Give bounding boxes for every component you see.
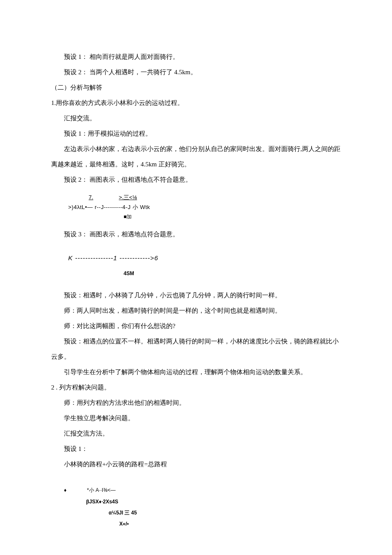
- report-methods: 汇报交流方法。: [51, 426, 341, 441]
- preset-2-draw: 预设 2： 画图表示，但相遇地点不符合题意。: [51, 172, 341, 187]
- preset-time-same: 预设：相遇时，小林骑了几分钟，小云也骑了几分钟，两人的骑行时间一样。: [51, 288, 341, 303]
- preset-position: 预设：相遇点的位置不一样。相遇时两人骑行的时间一样，小林的速度比小云快，骑的路程…: [51, 334, 341, 364]
- teacher-comment-1: 师：两人同时出发，相遇时骑行的时间是一样的，这个时间也就是相遇时间。: [51, 303, 341, 318]
- figure-1-line-1a: 7.: [89, 194, 93, 200]
- figure-1-line-2: >)4λtL•— r--J---------4-J 小 Wtk: [68, 202, 341, 212]
- report-exchange: 汇报交流。: [51, 110, 341, 126]
- math-line-1: ♦ *小 A··I⅜<—: [64, 485, 341, 496]
- figure-1-line-1b: >.三<⅛: [119, 194, 137, 200]
- figure-2-line-2: 4SM: [124, 267, 341, 280]
- figure-2: K ---------------1 ------------>6 4SM: [68, 250, 341, 280]
- teacher-instruction: 师：用列方程的方法求出他们的相遇时间。: [51, 395, 341, 410]
- math-work: ♦ *小 A··I⅜<— βJSX♦·2Xs4S α¼5JI 三 45 X«/•: [64, 485, 341, 530]
- teacher-question: 师：对比这两幅图，你们有什么想说的?: [51, 318, 341, 334]
- math-line-2: βJSX♦·2Xs4S: [86, 496, 341, 507]
- preset-3-draw: 预设 3： 画图表示，相遇地点符合题意。: [51, 227, 341, 242]
- question-1-heading: 1.用你喜欢的方式表示小林和小云的运动过程。: [51, 95, 341, 110]
- math-line-4: X«/•: [119, 518, 341, 529]
- student-think: 学生独立思考解决问题。: [51, 410, 341, 426]
- guide-text: 引导学生在分析中了解两个物体相向运动的过程，理解两个物体相向运动的数量关系。: [51, 364, 341, 380]
- figure-2-line-1: K ---------------1 ------------>6: [68, 250, 341, 266]
- section-2-heading: （二）分析与解答: [51, 80, 341, 95]
- figure-1-line-1: 7.>.三<⅛: [89, 192, 341, 202]
- equation-text: 小林骑的路程+小云骑的路程=总路程: [51, 456, 341, 472]
- preset-2-text: 预设 2： 当两个人相遇时，一共骑行了 4.5km。: [51, 64, 341, 80]
- math-line-3: α¼5JI 三 45: [109, 507, 341, 518]
- figure-1-line-3: ■加: [124, 212, 341, 222]
- figure-1: 7.>.三<⅛ >)4λtL•— r--J---------4-J 小 Wtk …: [68, 192, 341, 221]
- preset-1-sim: 预设 1：用手模拟运动的过程。: [51, 126, 341, 141]
- preset-1-text: 预设 1： 相向而行就是两人面对面骑行。: [51, 49, 341, 64]
- preset-1-label: 预设 1：: [51, 441, 341, 456]
- question-2-heading: 2 . 列方程解决问题。: [51, 380, 341, 395]
- description-text: 左边表示小林的家，右边表示小云的家，他们分别从自己的家同时出发。面对面骑行,两人…: [51, 141, 341, 172]
